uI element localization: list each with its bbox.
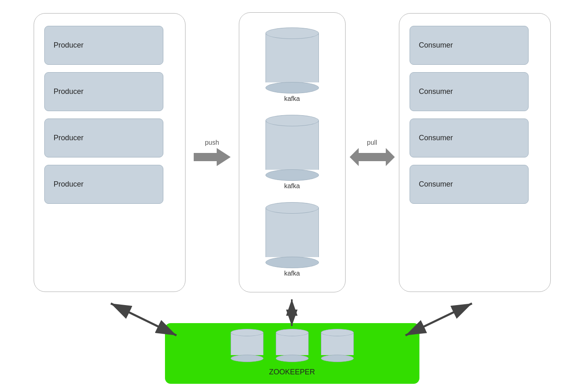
zk-cyl-3 bbox=[321, 329, 354, 362]
producer-2-label: Producer bbox=[54, 87, 84, 96]
kafka-cyl1-body bbox=[266, 33, 319, 82]
right-arrowhead bbox=[386, 148, 395, 166]
main-row: Producer Producer Producer Producer push bbox=[0, 12, 584, 292]
zookeeper-bar: ZOOKEEPER bbox=[165, 323, 419, 384]
producer-4: Producer bbox=[44, 165, 163, 204]
pull-arrow-shape bbox=[350, 148, 395, 166]
kafka-cylinder-2: kafka bbox=[266, 115, 319, 190]
consumer-1-label: Consumer bbox=[419, 41, 453, 50]
push-arrow-shape bbox=[194, 148, 231, 166]
zk-cyl2-bottom bbox=[276, 355, 309, 362]
producer-1: Producer bbox=[44, 26, 163, 65]
kafka-cyl1-top bbox=[266, 27, 319, 39]
zk-cyl-2 bbox=[276, 329, 309, 362]
push-label: push bbox=[205, 139, 219, 146]
pull-arrow-area: pull bbox=[346, 139, 399, 166]
kafka-cyl2-top bbox=[266, 115, 319, 126]
consumer-2-label: Consumer bbox=[419, 87, 453, 96]
kafka-cyl1-label: kafka bbox=[284, 95, 300, 103]
kafka-cyl3-bottom bbox=[266, 257, 319, 268]
zookeeper-label: ZOOKEEPER bbox=[269, 368, 315, 376]
producers-panel: Producer Producer Producer Producer bbox=[34, 13, 186, 292]
producer-4-label: Producer bbox=[54, 180, 84, 189]
zk-cyl2-top bbox=[276, 329, 309, 336]
kafka-cylinder-1: kafka bbox=[266, 27, 319, 103]
push-arrow: push bbox=[194, 139, 231, 166]
pull-label: pull bbox=[367, 139, 377, 146]
kafka-cyl2-body bbox=[266, 121, 319, 170]
kafka-cyl3-label: kafka bbox=[284, 270, 300, 277]
producer-3-label: Producer bbox=[54, 134, 84, 142]
bottom-section: ZOOKEEPER bbox=[0, 323, 584, 384]
producer-1-label: Producer bbox=[54, 41, 84, 50]
kafka-cyl3-body bbox=[266, 208, 319, 257]
producer-3: Producer bbox=[44, 119, 163, 157]
kafka-panel: kafka kafka kafka bbox=[239, 12, 346, 292]
consumer-4: Consumer bbox=[410, 165, 529, 204]
left-arrowhead bbox=[350, 148, 359, 166]
zk-cyl3-top bbox=[321, 329, 354, 336]
zk-cyl1-bottom bbox=[231, 355, 263, 362]
zk-cyl1-top bbox=[231, 329, 263, 336]
consumer-4-label: Consumer bbox=[419, 180, 453, 189]
kafka-cyl2-label: kafka bbox=[284, 182, 300, 190]
pull-arrow: pull bbox=[350, 139, 395, 166]
zk-cyl3-bottom bbox=[321, 355, 354, 362]
kafka-cyl1-bottom bbox=[266, 82, 319, 93]
consumers-panel: Consumer Consumer Consumer Consumer bbox=[399, 13, 551, 292]
zk-cyl-1 bbox=[231, 329, 263, 362]
consumer-3: Consumer bbox=[410, 119, 529, 157]
zookeeper-cylinders bbox=[231, 329, 354, 362]
consumer-1: Consumer bbox=[410, 26, 529, 65]
diagram-container: Producer Producer Producer Producer push bbox=[0, 0, 584, 392]
kafka-cyl3-top bbox=[266, 202, 319, 214]
push-arrow-area: push bbox=[186, 139, 239, 166]
consumer-3-label: Consumer bbox=[419, 134, 453, 142]
producer-2: Producer bbox=[44, 72, 163, 111]
consumer-2: Consumer bbox=[410, 72, 529, 111]
kafka-cyl2-bottom bbox=[266, 169, 319, 181]
kafka-cylinder-3: kafka bbox=[266, 202, 319, 277]
